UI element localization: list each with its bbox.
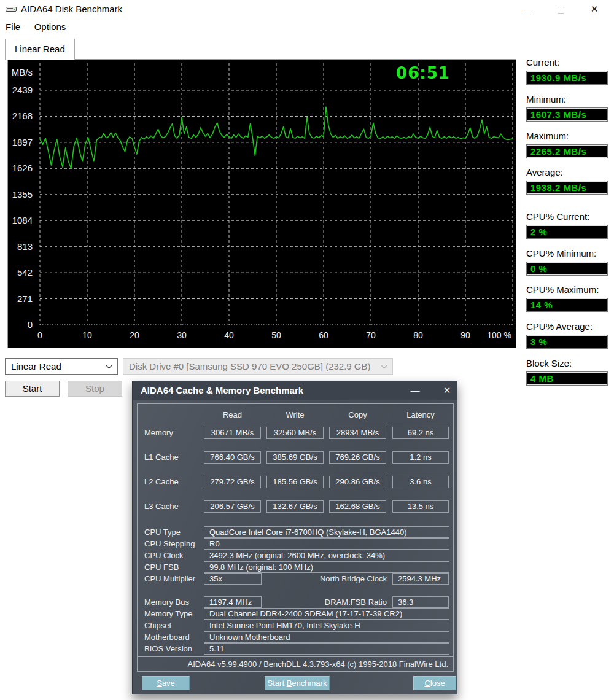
svg-text:50: 50	[271, 330, 281, 340]
stat-value: 1607.3 MB/s	[526, 107, 608, 122]
disk-drive-icon	[6, 5, 17, 14]
stat-label: Maximum:	[526, 131, 608, 143]
disk-drive-value: Disk Drive #0 [Samsung SSD 970 EVO 250GB…	[129, 361, 371, 371]
start-benchmark-label-rest: enchmark	[292, 679, 327, 688]
stat-minimum: Minimum: 1607.3 MB/s	[526, 94, 608, 122]
stat-value: 2 %	[526, 225, 608, 239]
aida64-disk-benchmark-window: AIDA64 Disk Benchmark — ✕ File Options L…	[0, 0, 614, 700]
stat-cpu-maximum: CPU% Maximum: 14 %	[526, 284, 608, 313]
menu-options[interactable]: Options	[29, 18, 72, 35]
stat-value: 4 MB	[526, 371, 608, 386]
stat-current: Current: 1930.9 MB/s	[526, 57, 608, 85]
cpu-type-label: CPU Type	[144, 526, 181, 538]
north-bridge-clock-value: 2594.3 MHz	[392, 573, 449, 585]
title-bar: AIDA64 Disk Benchmark — ✕	[0, 0, 614, 18]
dialog-title-bar: AIDA64 Cache & Memory Benchmark — ✕	[133, 381, 457, 400]
cpu-clock-value: 3492.3 MHz (original: 2600 MHz, overcloc…	[204, 550, 449, 561]
north-bridge-clock-label: North Bridge Clock	[266, 573, 387, 585]
benchmark-type-select[interactable]: Linear Read	[5, 358, 118, 375]
stat-label: CPU% Average:	[526, 321, 608, 333]
svg-text:1897: 1897	[12, 137, 33, 147]
memory-bus-value: 1197.4 MHz	[204, 596, 262, 608]
maximize-icon	[558, 7, 564, 14]
tab-linear-read[interactable]: Linear Read	[5, 39, 75, 60]
menu-file[interactable]: File	[0, 18, 26, 35]
stat-cpu-current: CPU% Current: 2 %	[526, 211, 608, 239]
chevron-down-icon	[106, 365, 112, 369]
svg-text:0: 0	[37, 330, 42, 340]
dialog-version-footer: AIDA64 v5.99.4900 / BenchDLL 4.3.793-x64…	[138, 656, 453, 671]
l2-read-value: 279.72 GB/s	[204, 476, 261, 488]
minimize-button[interactable]: —	[513, 0, 541, 18]
chart-canvas: 0102030405060708090100 %2439216818971626…	[8, 60, 516, 348]
start-benchmark-label: Start	[268, 679, 287, 688]
l1-copy-value: 769.26 GB/s	[329, 451, 386, 464]
column-header-copy: Copy	[329, 410, 386, 420]
memory-write-value: 32560 MB/s	[266, 427, 324, 439]
svg-text:30: 30	[177, 330, 187, 340]
benchmark-type-value: Linear Read	[11, 361, 61, 371]
memory-read-value: 30671 MB/s	[204, 427, 261, 439]
stat-label: Current:	[526, 57, 608, 69]
svg-text:0: 0	[28, 319, 33, 330]
row-label-l1-cache: L1 Cache	[144, 451, 179, 464]
svg-text:2168: 2168	[12, 111, 33, 121]
maximize-button[interactable]	[546, 0, 575, 18]
close-button[interactable]: ✕	[580, 0, 608, 18]
stat-label: CPU% Maximum:	[526, 284, 608, 297]
svg-text:60: 60	[319, 330, 328, 340]
cpu-fsb-label: CPU FSB	[144, 561, 179, 573]
svg-text:10: 10	[82, 330, 92, 340]
row-label-memory: Memory	[144, 427, 173, 439]
dialog-title: AIDA64 Cache & Memory Benchmark	[141, 381, 303, 400]
memory-latency-value: 69.2 ns	[392, 427, 449, 439]
svg-text:1084: 1084	[12, 215, 33, 225]
stat-value: 2265.2 MB/s	[526, 144, 608, 158]
dialog-content-frame: Read Write Copy Latency Memory 30671 MB/…	[137, 403, 454, 672]
svg-text:542: 542	[17, 267, 33, 278]
dialog-close-button[interactable]: ✕	[435, 381, 459, 400]
svg-text:80: 80	[413, 330, 423, 340]
cpu-stepping-label: CPU Stepping	[144, 538, 195, 550]
benchmark-chart: 0102030405060708090100 %2439216818971626…	[7, 59, 516, 348]
motherboard-label: Motherboard	[144, 631, 190, 643]
l1-read-value: 766.40 GB/s	[204, 451, 261, 464]
motherboard-value: Unknown Motherboard	[204, 631, 449, 643]
memory-bus-label: Memory Bus	[144, 596, 189, 608]
cpu-stepping-value: R0	[204, 538, 449, 550]
close-mnemonic: C	[424, 679, 430, 688]
stat-label: Average:	[526, 167, 608, 179]
svg-text:90: 90	[460, 330, 470, 340]
menu-bar: File Options	[0, 18, 614, 36]
save-mnemonic: S	[157, 679, 162, 688]
dialog-minimize-button[interactable]: —	[403, 381, 427, 400]
start-button[interactable]: Start	[5, 381, 60, 397]
cpu-type-value: QuadCore Intel Core i7-6700HQ (Skylake-H…	[204, 526, 449, 538]
svg-text:1626: 1626	[12, 163, 33, 173]
l1-write-value: 385.69 GB/s	[266, 451, 324, 464]
stop-button[interactable]: Stop	[68, 381, 122, 397]
svg-text:1355: 1355	[12, 189, 33, 200]
l2-copy-value: 290.86 GB/s	[329, 476, 386, 488]
stat-label: CPU% Minimum:	[526, 248, 608, 260]
disk-drive-select[interactable]: Disk Drive #0 [Samsung SSD 970 EVO 250GB…	[123, 358, 393, 375]
svg-text:40: 40	[224, 330, 234, 340]
start-benchmark-button[interactable]: Start Benchmark	[265, 676, 330, 690]
chipset-label: Chipset	[144, 620, 171, 631]
svg-text:271: 271	[17, 294, 33, 304]
stat-label: Block Size:	[526, 358, 608, 370]
stat-label: Minimum:	[526, 94, 608, 106]
row-label-l3-cache: L3 Cache	[144, 500, 179, 513]
stat-average: Average: 1938.2 MB/s	[526, 167, 608, 195]
save-button[interactable]: Save	[142, 676, 190, 690]
stat-value: 3 %	[526, 335, 608, 349]
svg-text:2439: 2439	[12, 85, 33, 95]
stat-cpu-average: CPU% Average: 3 %	[526, 321, 608, 349]
dram-fsb-ratio-value: 36:3	[392, 596, 449, 608]
bios-version-label: BIOS Version	[144, 643, 192, 655]
close-dialog-button[interactable]: Close	[413, 676, 456, 690]
window-title: AIDA64 Disk Benchmark	[21, 4, 122, 14]
dram-fsb-ratio-label: DRAM:FSB Ratio	[266, 596, 387, 608]
stat-value: 0 %	[526, 262, 608, 276]
chipset-value: Intel Sunrise Point HM170, Intel Skylake…	[204, 620, 449, 631]
